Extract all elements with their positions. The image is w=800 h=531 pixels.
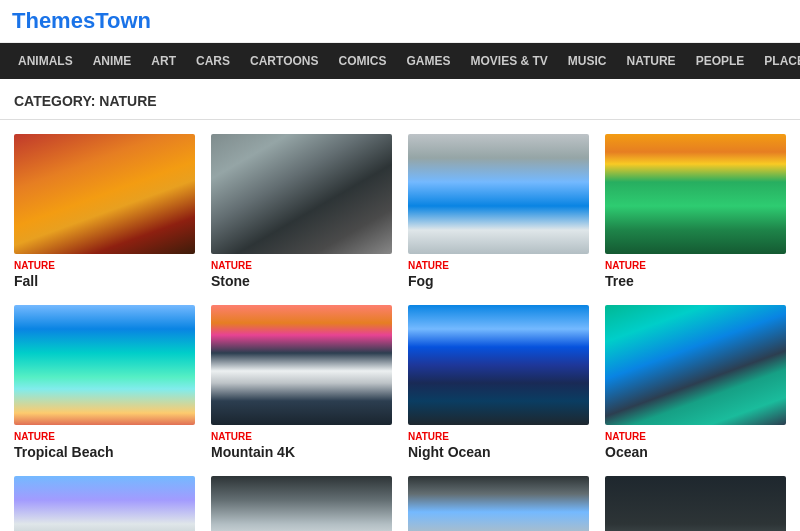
card-fog-image (408, 134, 589, 254)
main-nav: ANIMALS ANIME ART CARS CARTOONS COMICS G… (0, 43, 800, 79)
nav-comics[interactable]: COMICS (328, 44, 396, 78)
card-tropical-category: NATURE (14, 431, 195, 442)
card-stone[interactable]: NATURE Stone (211, 134, 392, 289)
card-ocean-category: NATURE (605, 431, 786, 442)
card-nightocean-category: NATURE (408, 431, 589, 442)
logo[interactable]: ThemesTown (12, 8, 151, 33)
card-grid-row1: NATURE Fall NATURE Stone NATURE Fog NATU… (0, 134, 800, 305)
card-tropical-image (14, 305, 195, 425)
card-fall-image (14, 134, 195, 254)
card-fall[interactable]: NATURE Fall (14, 134, 195, 289)
category-title: CATEGORY: NATURE (0, 79, 800, 120)
card-fall-title: Fall (14, 273, 195, 289)
nav-nature[interactable]: NATURE (617, 44, 686, 78)
card-ocean[interactable]: NATURE Ocean (605, 305, 786, 460)
nav-cartoons[interactable]: CARTOONS (240, 44, 328, 78)
card-drops-image (408, 476, 589, 531)
nav-anime[interactable]: ANIME (83, 44, 142, 78)
card-night-ocean[interactable]: NATURE Night Ocean (408, 305, 589, 460)
nav-movies-tv[interactable]: MOVIES & TV (461, 44, 558, 78)
card-mountain[interactable]: NATURE Mountain 4K (211, 305, 392, 460)
card-tree-category: NATURE (605, 260, 786, 271)
nav-games[interactable]: GAMES (396, 44, 460, 78)
card-ocean-image (605, 305, 786, 425)
card-tropical-beach[interactable]: NATURE Tropical Beach (14, 305, 195, 460)
nav-art[interactable]: ART (141, 44, 186, 78)
card-ocean-title: Ocean (605, 444, 786, 460)
card-dark-image (605, 476, 786, 531)
card-grid-row3 (0, 476, 800, 531)
card-row3-1[interactable] (14, 476, 195, 531)
card-fog-title: Fog (408, 273, 589, 289)
card-mountain-category: NATURE (211, 431, 392, 442)
card-tropical-title: Tropical Beach (14, 444, 195, 460)
nav-places[interactable]: PLACES (754, 44, 800, 78)
nav-cars[interactable]: CARS (186, 44, 240, 78)
card-tree-image (605, 134, 786, 254)
card-mountain-title: Mountain 4K (211, 444, 392, 460)
card-stone-title: Stone (211, 273, 392, 289)
nav-people[interactable]: PEOPLE (686, 44, 755, 78)
card-grid-row2: NATURE Tropical Beach NATURE Mountain 4K… (0, 305, 800, 476)
card-row3-2[interactable] (211, 476, 392, 531)
card-snow1-image (14, 476, 195, 531)
card-tree-title: Tree (605, 273, 786, 289)
card-row3-4[interactable] (605, 476, 786, 531)
card-tree[interactable]: NATURE Tree (605, 134, 786, 289)
card-nightocean-title: Night Ocean (408, 444, 589, 460)
nav-animals[interactable]: ANIMALS (8, 44, 83, 78)
header: ThemesTown (0, 0, 800, 43)
card-fog-category: NATURE (408, 260, 589, 271)
card-fog[interactable]: NATURE Fog (408, 134, 589, 289)
card-stone-image (211, 134, 392, 254)
card-mountain-image (211, 305, 392, 425)
card-snow2-image (211, 476, 392, 531)
card-fall-category: NATURE (14, 260, 195, 271)
nav-music[interactable]: MUSIC (558, 44, 617, 78)
card-nightocean-image (408, 305, 589, 425)
card-stone-category: NATURE (211, 260, 392, 271)
card-row3-3[interactable] (408, 476, 589, 531)
